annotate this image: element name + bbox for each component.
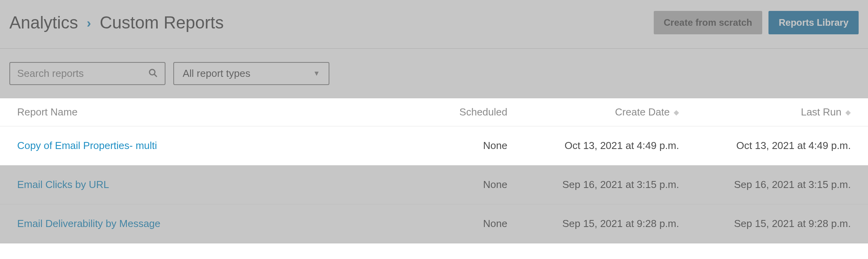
table-header-row: Report Name Scheduled Create Date ◆ Last… (0, 98, 868, 126)
cell-last-run: Oct 13, 2021 at 4:49 p.m. (679, 140, 851, 152)
cell-last-run: Sep 15, 2021 at 9:28 p.m. (679, 218, 851, 230)
report-type-selected-label: All report types (183, 67, 250, 80)
report-type-select[interactable]: All report types ▼ (173, 62, 329, 85)
column-header-last-run[interactable]: Last Run ◆ (679, 106, 851, 118)
header-actions: Create from scratch Reports Library (654, 11, 859, 34)
search-input[interactable] (17, 67, 148, 80)
cell-create-date: Sep 16, 2021 at 3:15 p.m. (507, 179, 679, 191)
cell-report-name: Email Clicks by URL (17, 179, 390, 191)
create-from-scratch-button[interactable]: Create from scratch (654, 11, 763, 34)
cell-create-date: Oct 13, 2021 at 4:49 p.m. (507, 140, 679, 152)
breadcrumb-current: Custom Reports (100, 13, 224, 32)
svg-line-1 (154, 74, 157, 76)
search-reports-field[interactable] (9, 62, 165, 85)
cell-scheduled: None (390, 218, 507, 230)
breadcrumb: Analytics › Custom Reports (9, 13, 224, 32)
report-link[interactable]: Copy of Email Properties- multi (17, 140, 157, 151)
column-header-create-date-label: Create Date (615, 106, 670, 118)
caret-down-icon: ▼ (313, 69, 320, 78)
search-icon (148, 68, 158, 79)
column-header-create-date[interactable]: Create Date ◆ (507, 106, 679, 118)
chevron-right-icon: › (87, 15, 91, 30)
column-header-scheduled[interactable]: Scheduled (390, 106, 507, 118)
column-header-name[interactable]: Report Name (17, 106, 390, 118)
breadcrumb-root[interactable]: Analytics (9, 13, 78, 32)
page: Analytics › Custom Reports Create from s… (0, 0, 868, 243)
table-row: Email Deliverability by MessageNoneSep 1… (0, 204, 868, 243)
cell-last-run: Sep 16, 2021 at 3:15 p.m. (679, 179, 851, 191)
table-row: Email Clicks by URLNoneSep 16, 2021 at 3… (0, 165, 868, 204)
sort-icon: ◆ (845, 108, 851, 117)
report-link[interactable]: Email Deliverability by Message (17, 218, 160, 229)
table-row: Copy of Email Properties- multiNoneOct 1… (0, 126, 868, 165)
toolbar: All report types ▼ (0, 49, 868, 98)
column-header-last-run-label: Last Run (801, 106, 841, 118)
cell-report-name: Email Deliverability by Message (17, 218, 390, 230)
cell-report-name: Copy of Email Properties- multi (17, 140, 390, 152)
cell-scheduled: None (390, 140, 507, 152)
cell-scheduled: None (390, 179, 507, 191)
sort-icon: ◆ (674, 108, 679, 117)
reports-library-button[interactable]: Reports Library (768, 11, 859, 34)
page-header: Analytics › Custom Reports Create from s… (0, 0, 868, 49)
report-link[interactable]: Email Clicks by URL (17, 179, 109, 190)
table-body: Copy of Email Properties- multiNoneOct 1… (0, 126, 868, 243)
cell-create-date: Sep 15, 2021 at 9:28 p.m. (507, 218, 679, 230)
reports-table: Report Name Scheduled Create Date ◆ Last… (0, 98, 868, 243)
